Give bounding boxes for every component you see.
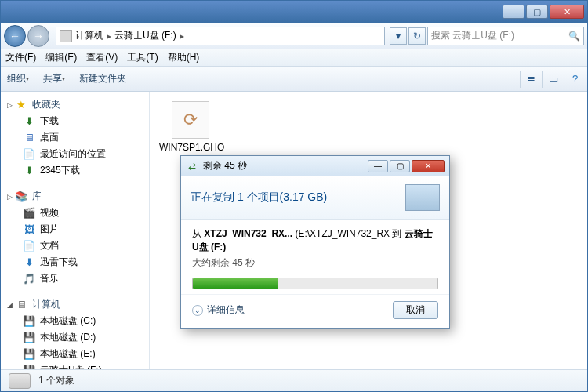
download-icon: ⬇ <box>23 256 35 269</box>
sidebar-header-computer[interactable]: ◢🖥计算机 <box>1 296 149 313</box>
status-bar: 1 个对象 <box>1 369 587 391</box>
copy-icon: ⇄ <box>186 160 198 172</box>
close-button[interactable]: ✕ <box>550 5 584 19</box>
address-dropdown[interactable]: ▾ <box>390 27 407 45</box>
menu-tools[interactable]: 工具(T) <box>127 51 158 64</box>
chevron-right-icon: ▸ <box>103 31 114 42</box>
sidebar: ▷★收藏夹 ⬇下载 🖥桌面 📄最近访问的位置 ⬇2345下载 ▷📚库 🎬视频 🖼… <box>1 92 150 369</box>
chevron-down-icon: ⌄ <box>192 305 203 316</box>
dialog-header: 正在复制 1 个项目(3.17 GB) <box>181 176 449 220</box>
sidebar-item-drive-d[interactable]: 💾本地磁盘 (D:) <box>1 329 149 346</box>
search-placeholder: 搜索 云骑士U盘 (F:) <box>431 29 568 42</box>
sidebar-computer: ◢🖥计算机 💾本地磁盘 (C:) 💾本地磁盘 (D:) 💾本地磁盘 (E:) 💾… <box>1 296 149 369</box>
recent-icon: 📄 <box>23 148 35 161</box>
toolbar: 组织 共享 新建文件夹 ≣ ▭ ? <box>1 67 587 92</box>
file-name: WIN7SP1.GHO <box>159 142 222 153</box>
dialog-close-button[interactable]: ✕ <box>412 160 445 172</box>
progress-bar <box>192 278 438 289</box>
sidebar-item-drive-f[interactable]: 💾云骑士U盘 (F:) <box>1 362 149 369</box>
forward-button[interactable]: → <box>27 25 49 47</box>
sidebar-libraries: ▷📚库 🎬视频 🖼图片 📄文档 ⬇迅雷下载 🎵音乐 <box>1 188 149 287</box>
desktop-icon: 🖥 <box>23 132 35 144</box>
sidebar-item-2345[interactable]: ⬇2345下载 <box>1 162 149 179</box>
sidebar-item-drive-c[interactable]: 💾本地磁盘 (C:) <box>1 313 149 329</box>
dialog-titlebar[interactable]: ⇄ 剩余 45 秒 — ▢ ✕ <box>181 156 449 176</box>
copy-dialog: ⇄ 剩余 45 秒 — ▢ ✕ 正在复制 1 个项目(3.17 GB) 从 XT… <box>180 155 450 329</box>
sidebar-favorites: ▷★收藏夹 ⬇下载 🖥桌面 📄最近访问的位置 ⬇2345下载 <box>1 96 149 179</box>
maximize-button[interactable]: ▢ <box>526 5 548 19</box>
help-icon[interactable]: ? <box>564 71 581 88</box>
sidebar-item-downloads[interactable]: ⬇下载 <box>1 113 149 129</box>
sidebar-item-videos[interactable]: 🎬视频 <box>1 205 149 221</box>
sidebar-header-favorites[interactable]: ▷★收藏夹 <box>1 96 149 113</box>
new-folder-button[interactable]: 新建文件夹 <box>79 72 126 85</box>
dialog-body: 从 XTZJ_WIN732_RX... (E:\XTZJ_WIN732_RX 到… <box>181 220 449 294</box>
sidebar-item-thunder[interactable]: ⬇迅雷下载 <box>1 254 149 270</box>
toolbar-right: ≣ ▭ ? <box>520 71 581 88</box>
dialog-minimize-button[interactable]: — <box>368 160 388 172</box>
dialog-maximize-button[interactable]: ▢ <box>390 160 410 172</box>
time-remaining: 大约剩余 45 秒 <box>192 256 438 270</box>
dialog-title: 剩余 45 秒 <box>203 159 247 172</box>
drive-icon: 💾 <box>23 348 35 361</box>
menu-file[interactable]: 文件(F) <box>5 51 36 64</box>
view-mode-button[interactable]: ≣ <box>520 71 537 88</box>
drive-icon <box>60 30 72 42</box>
download-icon: ⬇ <box>23 165 35 177</box>
drive-icon <box>9 373 31 389</box>
sidebar-item-desktop[interactable]: 🖥桌面 <box>1 129 149 146</box>
sidebar-header-libraries[interactable]: ▷📚库 <box>1 188 149 205</box>
library-icon: 📚 <box>15 191 27 203</box>
breadcrumb-root[interactable]: 计算机 <box>75 29 103 42</box>
music-icon: 🎵 <box>23 273 35 285</box>
organize-button[interactable]: 组织 <box>7 72 29 85</box>
copy-from-to: 从 XTZJ_WIN732_RX... (E:\XTZJ_WIN732_RX 到… <box>192 227 438 254</box>
dialog-footer: ⌄详细信息 取消 <box>181 294 449 328</box>
dialog-heading: 正在复制 1 个项目(3.17 GB) <box>191 191 405 205</box>
computer-icon: 🖥 <box>15 299 27 311</box>
cancel-button[interactable]: 取消 <box>393 301 438 319</box>
document-icon: 📄 <box>23 240 35 252</box>
drive-icon: 💾 <box>23 315 35 328</box>
sidebar-item-recent[interactable]: 📄最近访问的位置 <box>1 146 149 162</box>
chevron-right-icon: ▸ <box>176 31 187 42</box>
breadcrumb-current[interactable]: 云骑士U盘 (F:) <box>114 29 176 42</box>
refresh-button[interactable]: ↻ <box>408 27 426 45</box>
preview-pane-button[interactable]: ▭ <box>542 71 559 88</box>
status-count: 1 个对象 <box>38 374 74 387</box>
download-icon: ⬇ <box>23 115 35 128</box>
share-button[interactable]: 共享 <box>43 72 65 85</box>
sidebar-item-music[interactable]: 🎵音乐 <box>1 270 149 287</box>
minimize-button[interactable]: — <box>503 5 524 19</box>
nav-bar: ← → 计算机 ▸ 云骑士U盘 (F:) ▸ ▾ ↻ 搜索 云骑士U盘 (F:)… <box>1 23 587 49</box>
address-bar[interactable]: 计算机 ▸ 云骑士U盘 (F:) ▸ <box>56 27 385 45</box>
file-item[interactable]: ⟳ WIN7SP1.GHO <box>159 101 222 153</box>
sidebar-item-drive-e[interactable]: 💾本地磁盘 (E:) <box>1 346 149 362</box>
menu-help[interactable]: 帮助(H) <box>168 51 200 64</box>
picture-icon: 🖼 <box>23 223 35 236</box>
search-input[interactable]: 搜索 云骑士U盘 (F:) 🔍 <box>427 27 584 45</box>
progress-fill <box>193 278 278 289</box>
menu-view[interactable]: 查看(V) <box>86 51 118 64</box>
menu-edit[interactable]: 编辑(E) <box>45 51 77 64</box>
video-icon: 🎬 <box>23 207 35 220</box>
drive-icon: 💾 <box>23 332 35 344</box>
sidebar-item-documents[interactable]: 📄文档 <box>1 238 149 254</box>
back-button[interactable]: ← <box>4 25 26 47</box>
search-icon[interactable]: 🔍 <box>568 31 580 42</box>
sidebar-item-pictures[interactable]: 🖼图片 <box>1 221 149 238</box>
menu-bar: 文件(F) 编辑(E) 查看(V) 工具(T) 帮助(H) <box>1 49 587 67</box>
details-toggle[interactable]: ⌄详细信息 <box>192 303 245 317</box>
window-titlebar: — ▢ ✕ <box>1 1 587 23</box>
star-icon: ★ <box>15 99 27 111</box>
gho-file-icon: ⟳ <box>172 101 209 139</box>
copy-animation-icon <box>405 184 440 211</box>
